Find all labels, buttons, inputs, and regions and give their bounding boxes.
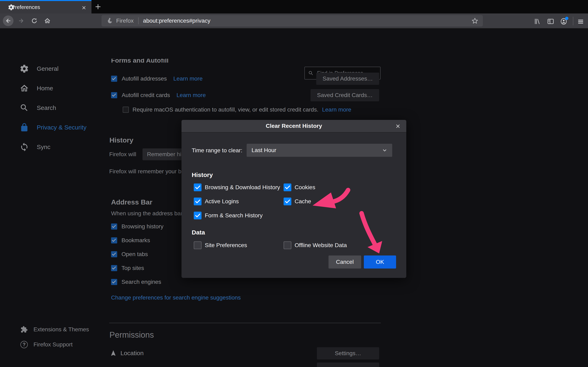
checkbox-label: Open tabs — [121, 251, 148, 258]
url-scheme-label: Firefox — [116, 17, 134, 24]
browsing-history-checkbox[interactable] — [111, 224, 117, 230]
saved-addresses-button[interactable]: Saved Addresses… — [316, 73, 379, 85]
autofill-cards-row: Autofill credit cards Learn more — [111, 89, 206, 101]
time-range-select[interactable]: Last Hour — [247, 144, 392, 157]
library-icon[interactable] — [533, 17, 541, 25]
gear-icon — [8, 4, 15, 11]
addressbar-option-row: Bookmarks — [111, 236, 150, 244]
open-tabs-checkbox[interactable] — [111, 251, 117, 257]
forms-section-heading-clip: Forms and Autofill — [111, 59, 168, 67]
checkbox-label: Require macOS authentication to autofill… — [132, 106, 318, 113]
bookmarks-checkbox[interactable] — [111, 237, 117, 243]
sidebar-item-extensions-themes[interactable]: Extensions & Themes — [20, 326, 89, 333]
sidebar-label: Sync — [37, 143, 51, 150]
checkbox-label: Browsing history — [121, 223, 163, 230]
bookmark-star-icon[interactable] — [471, 17, 478, 24]
checkbox-label: Top sites — [121, 265, 144, 271]
checkbox-label: Autofill credit cards — [122, 92, 170, 99]
dialog-option-row: Form & Search History — [194, 210, 263, 221]
checkbox-label: Cookies — [295, 184, 315, 191]
sidebar-item-privacy-security[interactable]: Privacy & Security — [20, 123, 86, 132]
gear-icon — [20, 64, 29, 73]
active-logins-checkbox[interactable] — [194, 198, 201, 205]
dialog-option-row: Site Preferences — [194, 239, 247, 251]
require-auth-row: Require macOS authentication to autofill… — [123, 104, 351, 116]
home-button[interactable] — [42, 16, 53, 26]
select-value: Last Hour — [251, 147, 276, 154]
dialog-option-row: Offline Website Data — [284, 239, 347, 251]
account-notification-dot — [565, 17, 568, 20]
autofill-addresses-checkbox[interactable] — [111, 76, 117, 82]
sync-icon — [20, 142, 29, 152]
checkbox-label: Bookmarks — [121, 237, 150, 244]
section-heading: History — [109, 136, 133, 144]
chevron-down-icon — [382, 148, 387, 153]
ok-button[interactable]: OK — [364, 256, 396, 268]
cookies-checkbox[interactable] — [284, 184, 291, 191]
dialog-option-row: Cache — [284, 196, 311, 207]
dialog-option-row: Browsing & Download History — [194, 182, 280, 193]
new-tab-button[interactable] — [94, 3, 102, 10]
sidebar-item-general[interactable]: General — [20, 64, 59, 73]
firefox-logo-icon — [106, 17, 114, 25]
learn-more-link[interactable]: Learn more — [173, 75, 203, 82]
search-icon — [308, 70, 314, 76]
search-engines-checkbox[interactable] — [111, 279, 117, 285]
addressbar-option-row: Open tabs — [111, 250, 148, 258]
back-button[interactable] — [3, 16, 13, 26]
checkbox-label: Site Preferences — [205, 242, 247, 249]
question-icon: ? — [20, 341, 28, 348]
top-sites-checkbox[interactable] — [111, 265, 117, 271]
sidebar-item-firefox-support[interactable]: ? Firefox Support — [20, 341, 72, 348]
autofill-cards-checkbox[interactable] — [111, 92, 117, 98]
toolbar-divider — [573, 17, 573, 25]
time-range-label: Time range to clear: — [192, 144, 242, 157]
tab-bar: Preferences — [0, 0, 588, 13]
sidebar-item-home[interactable]: Home — [20, 83, 53, 93]
clear-recent-history-dialog: Clear Recent History Time range to clear… — [182, 120, 406, 278]
firefox-will-label: Firefox will — [109, 148, 136, 160]
close-icon[interactable] — [395, 123, 401, 129]
sidebar-item-sync[interactable]: Sync — [20, 142, 51, 152]
form-search-history-checkbox[interactable] — [194, 212, 201, 219]
search-suggestions-link[interactable]: Change preferences for search engine sug… — [111, 294, 241, 301]
home-icon — [20, 83, 29, 93]
sidebar-footer-label: Firefox Support — [34, 341, 72, 348]
url-bar[interactable]: Firefox about:preferences#privacy — [102, 15, 483, 26]
learn-more-link[interactable]: Learn more — [322, 106, 351, 113]
sidebar-toggle-icon[interactable] — [547, 17, 554, 25]
cancel-button[interactable]: Cancel — [329, 256, 361, 268]
sidebar-label: General — [37, 65, 59, 72]
dialog-option-row: Cookies — [284, 182, 315, 193]
menu-icon[interactable] — [577, 18, 584, 25]
search-icon — [20, 103, 29, 113]
partial-settings-button[interactable] — [317, 363, 379, 367]
dialog-data-heading: Data — [192, 227, 205, 237]
permission-label: Location — [121, 350, 144, 357]
require-auth-checkbox[interactable] — [123, 107, 129, 113]
reload-button[interactable] — [29, 16, 40, 26]
location-icon — [110, 350, 117, 357]
cache-checkbox[interactable] — [284, 198, 291, 205]
dialog-title: Clear Recent History — [266, 123, 322, 129]
checkbox-label: Search engines — [121, 279, 161, 285]
saved-credit-cards-button[interactable]: Saved Credit Cards… — [311, 89, 379, 101]
sidebar-label: Home — [37, 85, 53, 92]
forward-button[interactable] — [16, 16, 26, 26]
autofill-addresses-row: Autofill addresses Learn more — [111, 73, 203, 85]
tab-close-icon[interactable] — [81, 5, 87, 11]
site-preferences-checkbox[interactable] — [194, 242, 201, 249]
tab-preferences[interactable]: Preferences — [0, 0, 91, 13]
account-icon[interactable] — [560, 17, 568, 25]
browsing-download-history-checkbox[interactable] — [194, 184, 201, 191]
checkbox-label: Active Logins — [205, 198, 239, 205]
sidebar-label: Search — [37, 104, 56, 111]
sidebar-label: Privacy & Security — [37, 124, 86, 131]
sidebar-item-search[interactable]: Search — [20, 103, 56, 113]
lock-icon — [20, 123, 29, 132]
location-settings-button[interactable]: Settings… — [317, 347, 379, 359]
dialog-header: Clear Recent History — [182, 120, 406, 133]
learn-more-link[interactable]: Learn more — [177, 92, 206, 99]
offline-website-data-checkbox[interactable] — [284, 242, 291, 249]
addressbar-option-row: Search engines — [111, 278, 161, 286]
